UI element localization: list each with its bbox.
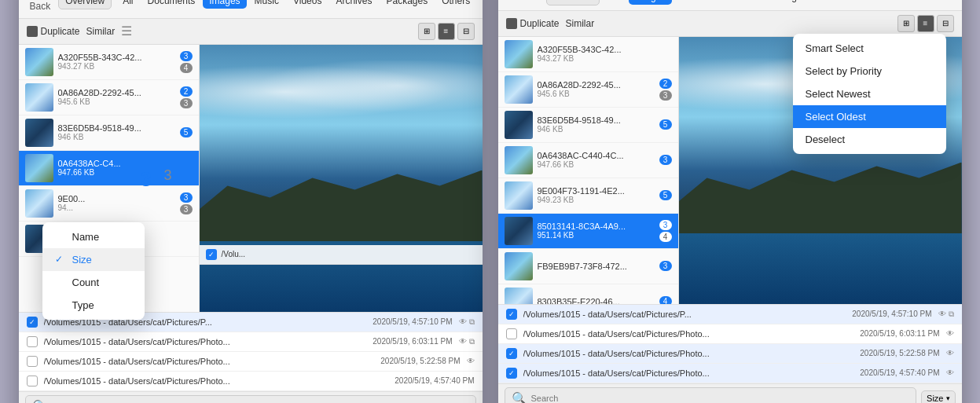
- file-item-2-6[interactable]: 85013141-8C3A-4A9... 951.14 KB 3 4: [498, 214, 678, 249]
- grid-view-btn-1[interactable]: ⊞: [418, 23, 435, 40]
- detail-checkbox-2-1[interactable]: [506, 309, 517, 320]
- tab-others-2[interactable]: Others: [815, 0, 856, 5]
- badges-2-5: 5: [659, 190, 672, 200]
- file-item-3[interactable]: 83E6D5B4-9518-49... 946 KB 5: [19, 115, 199, 151]
- smart-select-label: Smart Select: [806, 42, 864, 54]
- tab-all-2[interactable]: All: [604, 0, 627, 5]
- similar-toggle-2[interactable]: Similar: [566, 18, 595, 29]
- file-item-5[interactable]: 9E00... 94... 3 3: [19, 186, 199, 222]
- tab-all-1[interactable]: All: [116, 0, 139, 9]
- tab-archives-1[interactable]: Archives: [329, 0, 378, 9]
- duplicate-label-2: Duplicate: [520, 18, 560, 29]
- file-item-2[interactable]: 0A86A28D-2292-45... 945.6 KB 2 3: [19, 80, 199, 115]
- badges-2-8: 4: [659, 296, 672, 304]
- back-button-2[interactable]: < Back: [506, 0, 541, 4]
- search-input-2[interactable]: [531, 394, 910, 403]
- detail-checkbox-2-2[interactable]: [506, 328, 517, 339]
- similar-toggle-1[interactable]: Similar: [86, 26, 116, 37]
- search-bar-2[interactable]: 🔍: [505, 387, 917, 404]
- file-info-4: 0A6438AC-C4... 947.66 KB: [58, 159, 193, 177]
- badges-3: 5: [180, 127, 193, 137]
- link-icon-1[interactable]: ⧉: [469, 317, 475, 327]
- tab-others-1[interactable]: Others: [435, 0, 476, 9]
- detail-path-4: /Volumes/1015 - data/Users/cat/Pictures/…: [44, 376, 389, 386]
- detail-checkbox-2[interactable]: [27, 336, 38, 347]
- menu-deselect[interactable]: Deselect: [793, 128, 946, 151]
- detail-row-3[interactable]: /Volumes/1015 - data/Users/cat/Pictures/…: [19, 352, 483, 372]
- file-info-2-1: A320F55B-343C-42... 943.27 KB: [538, 45, 672, 63]
- file-item-2-7[interactable]: FB9EB9B7-73F8-472... 3: [498, 249, 678, 284]
- tab-music-2[interactable]: Mu...: [674, 0, 707, 5]
- tab-images-2[interactable]: Images: [629, 0, 672, 5]
- overview-button-2[interactable]: Overview: [546, 0, 600, 5]
- file-name-2-4: 0A6438AC-C440-4C...: [538, 151, 655, 160]
- eye-icon-3[interactable]: 👁: [467, 357, 475, 365]
- select-newest-label: Select Newest: [806, 88, 871, 100]
- file-item-2-2[interactable]: 0A86A28D-2292-45... 945.6 KB 2 3: [498, 72, 678, 108]
- rock-layer-1: [200, 170, 483, 249]
- eye-icon-2[interactable]: 👁: [459, 337, 467, 346]
- detail-row-2-4[interactable]: /Volumes/1015 - data/Users/cat/Pictures/…: [498, 364, 962, 383]
- detail-row-2-1[interactable]: /Volumes/1015 - data/Users/cat/Pictures/…: [498, 305, 962, 324]
- grid-view-btn-2[interactable]: ⊞: [897, 15, 915, 32]
- file-item-2-3[interactable]: 83E6D5B4-9518-49... 946 KB 5: [498, 108, 678, 143]
- eye-icon-2-2[interactable]: 👁: [946, 329, 954, 338]
- file-info-2-7: FB9EB9B7-73F8-472...: [538, 262, 655, 271]
- eye-icon-2-1[interactable]: 👁: [938, 310, 946, 319]
- search-bar-1[interactable]: 🔍: [25, 395, 476, 404]
- tab-documents-1[interactable]: Documents: [141, 0, 202, 9]
- badges-2: 2 3: [180, 86, 193, 108]
- detail-row-2[interactable]: /Volumes/1015 - data/Users/cat/Pictures/…: [19, 332, 483, 352]
- checkbox-checked-1[interactable]: ✓: [206, 249, 217, 260]
- tab-music-1[interactable]: Music: [248, 0, 285, 9]
- tab-packages-2[interactable]: Packages: [759, 0, 813, 5]
- file-item-1[interactable]: A320F55B-343C-42... 943.27 KB 3 4: [19, 45, 199, 80]
- menu-select-newest[interactable]: Select Newest: [793, 82, 946, 105]
- sort-item-type[interactable]: Type: [42, 294, 145, 317]
- detail-row-2-3[interactable]: /Volumes/1015 - data/Users/cat/Pictures/…: [498, 344, 962, 364]
- sort-item-name[interactable]: Name: [42, 225, 145, 248]
- sort-item-size[interactable]: ✓ Size: [42, 248, 145, 271]
- file-item-2-4[interactable]: 0A6438AC-C440-4C... 947.66 KB 3: [498, 143, 678, 178]
- detail-row-2-2[interactable]: /Volumes/1015 - data/Users/cat/Pictures/…: [498, 324, 962, 344]
- thumb-3: [25, 119, 53, 147]
- thumb-2-3: [505, 111, 533, 139]
- detail-checkbox-2-3[interactable]: [506, 348, 517, 359]
- detail-checkbox-1[interactable]: [27, 317, 38, 328]
- detail-checkbox-3[interactable]: [27, 356, 38, 367]
- tab-packages-1[interactable]: Packages: [380, 0, 434, 9]
- link-icon-2-1[interactable]: ⧉: [949, 310, 954, 319]
- detail-row-4[interactable]: /Volumes/1015 - data/Users/cat/Pictures/…: [19, 372, 483, 391]
- file-item-2-8[interactable]: 8303B35F-E220-46... 4: [498, 284, 678, 304]
- file-name-2-8: 8303B35F-E220-46...: [538, 297, 655, 304]
- eye-icon-2-3[interactable]: 👁: [946, 349, 954, 357]
- detail-checkbox-2-4[interactable]: [506, 368, 517, 379]
- file-name-2-3: 83E6D5B4-9518-49...: [538, 115, 655, 125]
- menu-select-oldest[interactable]: Select Oldest: [793, 105, 946, 128]
- tab-archives-2[interactable]: Archives: [709, 0, 758, 5]
- tab-videos-1[interactable]: Videos: [287, 0, 328, 9]
- list-view-btn-1[interactable]: ≡: [438, 23, 455, 40]
- eye-icon-2-4[interactable]: 👁: [946, 368, 954, 377]
- list-view-btn-2[interactable]: ≡: [917, 15, 934, 32]
- file-item-2-5[interactable]: 9E004F73-1191-4E2... 949.23 KB 5: [498, 178, 678, 214]
- sort-icon-1[interactable]: ☰: [121, 24, 132, 38]
- sort-item-count[interactable]: Count: [42, 271, 145, 294]
- file-size-2-1: 943.27 KB: [538, 54, 672, 63]
- duplicate-toggle-1[interactable]: Duplicate: [27, 26, 80, 37]
- overview-button-1[interactable]: Overview: [58, 0, 112, 9]
- menu-smart-select[interactable]: Smart Select: [793, 37, 946, 60]
- detail-checkbox-4[interactable]: [27, 376, 38, 387]
- back-button-1[interactable]: < Back: [27, 0, 54, 13]
- detail-path-2-3: /Volumes/1015 - data/Users/cat/Pictures/…: [523, 349, 854, 358]
- thumb-2-5: [505, 181, 533, 210]
- size-dropdown-2[interactable]: Size ▾: [921, 390, 955, 403]
- file-item-2-1[interactable]: A320F55B-343C-42... 943.27 KB: [498, 37, 678, 72]
- detail-view-btn-2[interactable]: ⊟: [937, 15, 954, 32]
- duplicate-toggle-2[interactable]: Duplicate: [506, 18, 560, 29]
- eye-icon-1[interactable]: 👁: [459, 317, 467, 327]
- link-icon-2[interactable]: ⧉: [469, 337, 475, 346]
- tab-images-1[interactable]: Images: [203, 0, 246, 9]
- menu-select-by-priority[interactable]: Select by Priority: [793, 60, 946, 82]
- detail-view-btn-1[interactable]: ⊟: [457, 23, 475, 40]
